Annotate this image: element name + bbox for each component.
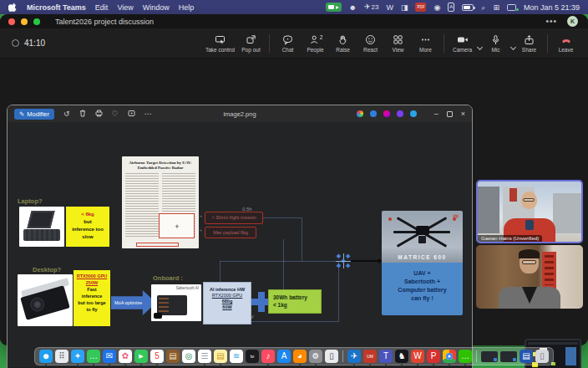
delete-icon[interactable]: [79, 110, 86, 119]
video-status-icon[interactable]: ◨: [401, 3, 408, 12]
dock-item-journal-icon[interactable]: ▤: [166, 350, 180, 363]
titlebar-more-icon[interactable]: •••: [545, 17, 557, 26]
minimize-icon[interactable]: –: [434, 110, 438, 118]
apple-menu-icon[interactable]: [8, 3, 18, 12]
dock-item-app-store-icon[interactable]: A: [277, 350, 291, 363]
dock-item-music-icon[interactable]: ♪: [261, 350, 275, 363]
a-status-icon[interactable]: A: [448, 3, 454, 12]
dock: ☻⠿✦…✉✿▶5▤◎☰▤≋tv♪A◕⚙▯✈UMT♞WP…▤▯: [34, 347, 554, 365]
close-icon[interactable]: ×: [461, 110, 465, 118]
share-button[interactable]: Share: [515, 34, 543, 53]
dock-item-chrome-icon[interactable]: [443, 350, 456, 363]
raise-hand-button[interactable]: Raise: [329, 34, 357, 53]
display-status-icon[interactable]: [507, 4, 516, 11]
maximize-icon[interactable]: [447, 111, 453, 117]
dock-item-iphone-mirroring-icon[interactable]: ▯: [325, 350, 338, 363]
colorwheel-app-icon[interactable]: [357, 110, 363, 117]
rotate-icon[interactable]: ↺: [63, 110, 70, 118]
dock-item-minimized-window-1-icon[interactable]: [481, 351, 498, 362]
laptop-image[interactable]: [19, 207, 64, 247]
dock-item-trash-icon[interactable]: ▯: [535, 350, 549, 363]
thumbnail-titlebar: [528, 342, 578, 345]
leave-button[interactable]: Leave: [552, 34, 580, 53]
pop-out-button[interactable]: Pop out: [237, 34, 265, 53]
pdf-status-icon[interactable]: PDF: [415, 3, 426, 12]
dock-item-launchpad-icon[interactable]: ⠿: [55, 350, 68, 363]
bird-badge-count: 23: [372, 3, 379, 11]
participant-tile-2[interactable]: [476, 245, 583, 309]
dock-item-github-icon[interactable]: ♞: [395, 350, 408, 363]
pink-app-icon[interactable]: [383, 110, 390, 117]
drone-card[interactable]: dji MATRICE 600 UAV + Sabertooth + Comp: [382, 211, 463, 315]
user-status-icon[interactable]: ☻: [349, 3, 357, 12]
close-window-button[interactable]: [8, 18, 15, 25]
dock-item-findmy-icon[interactable]: ◎: [182, 350, 195, 363]
running-indicator-dot: [45, 364, 47, 365]
control-center-icon[interactable]: ⊞: [493, 3, 499, 12]
selection-handle[interactable]: [336, 253, 351, 268]
dock-item-um-app-icon[interactable]: UM: [363, 350, 377, 363]
purple-app-icon[interactable]: [397, 110, 403, 117]
dock-item-reminders-icon[interactable]: ☰: [198, 350, 211, 363]
research-paper-image[interactable]: Airborne Target Detection by UAV-Embedde…: [122, 156, 199, 248]
dock-item-teams-icon[interactable]: T: [379, 350, 393, 363]
sabertooth-image[interactable]: Sabertooth AI: [151, 284, 201, 321]
titlebar-more-icon[interactable]: ⋯: [144, 110, 152, 118]
dock-item-calendar-icon[interactable]: 5: [150, 350, 164, 363]
slideshow-icon[interactable]: [128, 110, 135, 119]
cloud-app-icon[interactable]: [410, 110, 417, 117]
zoom-window-button[interactable]: [33, 18, 40, 25]
menubar-clock[interactable]: Mon Jan 5 21:39: [524, 3, 580, 12]
gpu-image[interactable]: [18, 274, 73, 326]
menu-view[interactable]: View: [117, 3, 133, 12]
running-indicator-dot: [124, 364, 126, 365]
raised-hand-icon: [337, 34, 348, 45]
dock-item-freeform-icon[interactable]: ≋: [230, 350, 243, 363]
battery-icon[interactable]: [462, 4, 474, 11]
dock-item-apple-tv-icon[interactable]: tv: [246, 350, 259, 363]
bird-badge-icon[interactable]: ✈23: [364, 3, 378, 12]
dock-item-mail-icon[interactable]: ✉: [103, 350, 116, 363]
menu-edit[interactable]: Edit: [95, 3, 109, 12]
dock-item-settings-icon[interactable]: ⚙: [309, 350, 322, 363]
dock-item-external-drive-icon[interactable]: ▤: [520, 350, 533, 363]
scene-red-poster: [542, 252, 556, 289]
view-button[interactable]: View: [384, 34, 412, 53]
favorite-icon[interactable]: ♡: [112, 110, 119, 118]
print-icon[interactable]: [95, 110, 103, 119]
dock-item-notes-icon[interactable]: ▤: [214, 350, 227, 363]
participant-tile-gaetan[interactable]: Gaetan Hains (Unverified): [476, 180, 583, 243]
take-control-button[interactable]: Take control: [203, 34, 237, 53]
menubar-app-name[interactable]: Microsoft Teams: [27, 3, 86, 12]
dock-item-finder-icon[interactable]: ☻: [39, 350, 53, 363]
dock-item-messages-icon[interactable]: …: [87, 350, 100, 363]
edit-button[interactable]: ✎ Modifier: [14, 109, 54, 120]
dock-item-wps-office-icon[interactable]: W: [411, 350, 424, 363]
dock-item-photos-icon[interactable]: ✿: [119, 350, 132, 363]
menu-window[interactable]: Window: [143, 3, 170, 12]
dock-item-wechat-icon[interactable]: …: [459, 350, 472, 363]
timer-text: 41:10: [24, 38, 45, 48]
play-status-icon[interactable]: ◉: [433, 3, 440, 12]
menu-help[interactable]: Help: [179, 3, 195, 12]
mic-button[interactable]: Mic: [482, 34, 509, 53]
more-button[interactable]: More: [412, 34, 439, 53]
dock-item-thunderbird-icon[interactable]: ✈: [347, 350, 361, 363]
dock-item-safari-icon[interactable]: ✦: [71, 350, 84, 363]
search-icon[interactable]: ⌕: [481, 3, 485, 12]
user-avatar[interactable]: K: [567, 16, 578, 27]
people-button[interactable]: 2 People: [302, 34, 329, 53]
dock-item-pdf-editor-icon[interactable]: P: [427, 350, 440, 363]
screen-recording-indicator-icon[interactable]: [326, 3, 342, 12]
dock-item-minimized-window-2-icon[interactable]: [500, 351, 517, 362]
meeting-stage: image2.png ✎ Modifier ↺ ♡ ⋯: [0, 59, 588, 345]
blue-app-icon[interactable]: [370, 110, 377, 117]
word-status-icon[interactable]: W: [386, 3, 393, 12]
chat-button[interactable]: Chat: [274, 34, 302, 53]
dock-item-firefox-icon[interactable]: ◕: [293, 350, 307, 363]
ai-inference-box: AI inference HW RTX2000 GPU 680g 60W: [203, 282, 251, 325]
dock-item-facetime-icon[interactable]: ▶: [134, 350, 148, 363]
react-button[interactable]: React: [357, 34, 384, 53]
camera-button[interactable]: Camera: [449, 34, 476, 53]
minimize-window-button[interactable]: [21, 18, 28, 25]
